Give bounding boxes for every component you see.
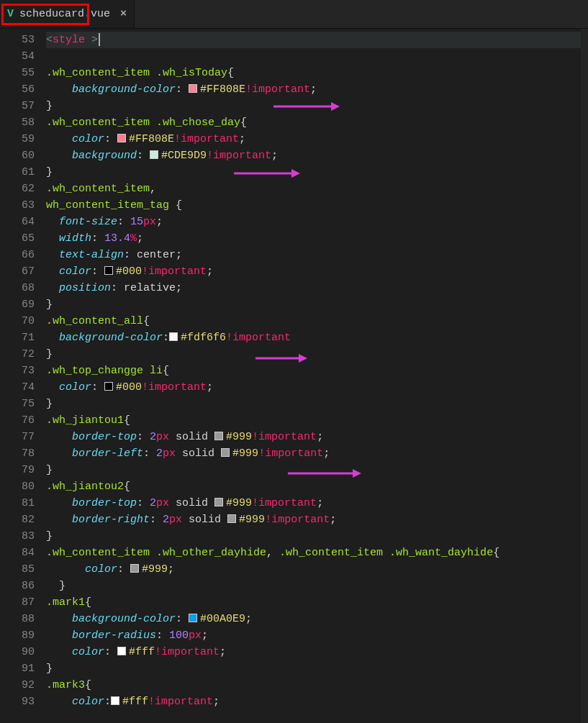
code-line[interactable]: .wh_content_item .wh_other_dayhide, .wh_… xyxy=(46,545,588,561)
code-line[interactable]: color: #FF808E!important; xyxy=(46,131,588,147)
token-punct: : xyxy=(137,431,150,443)
token-brace: { xyxy=(143,315,150,327)
code-line[interactable]: border-right: 2px solid #999!important; xyxy=(46,511,588,528)
token-prop: color xyxy=(59,265,91,278)
token-brace: } xyxy=(46,348,53,360)
token-selector: .wh_jiantou2 xyxy=(46,481,124,493)
token-punct: ; xyxy=(156,216,163,228)
token-hex: #999 xyxy=(226,497,252,509)
color-swatch xyxy=(117,647,126,655)
line-number: 91 xyxy=(0,660,35,677)
code-line[interactable]: text-align: center; xyxy=(46,247,588,263)
token-punct: : xyxy=(124,249,137,261)
token-punct: : xyxy=(111,282,124,294)
code-line[interactable]: font-size: 15px; xyxy=(46,214,588,230)
code-line[interactable]: width: 13.4%; xyxy=(46,230,588,247)
token-hex: #fdf6f6 xyxy=(181,332,226,344)
file-tab-scheducard[interactable]: V scheducard.vue × xyxy=(0,0,135,28)
code-line[interactable]: color: #fff!important; xyxy=(46,644,588,660)
code-line[interactable]: .wh_content_item, xyxy=(46,181,588,197)
code-line[interactable]: .mark1{ xyxy=(46,594,588,611)
token-hex: #999 xyxy=(239,514,265,526)
token-num: 2 xyxy=(150,497,156,509)
code-line[interactable]: border-left: 2px solid #999!important; xyxy=(46,445,588,462)
token-brace: } xyxy=(46,100,53,112)
code-line[interactable]: } xyxy=(46,578,588,594)
code-line[interactable]: border-top: 2px solid #999!important; xyxy=(46,429,588,445)
token-prop: background xyxy=(72,150,137,162)
line-number-gutter: 5354555657585960616263646566676869707172… xyxy=(0,29,46,723)
token-brace: { xyxy=(240,117,247,129)
code-line[interactable]: background-color:#fdf6f6!important xyxy=(46,329,588,346)
color-swatch xyxy=(104,266,113,275)
token-punct: ; xyxy=(176,282,182,294)
code-line[interactable]: color: #000!important; xyxy=(46,379,588,396)
code-line[interactable]: position: relative; xyxy=(46,280,588,296)
token-unit: px xyxy=(156,497,169,509)
code-line[interactable]: background-color: #00A0E9; xyxy=(46,611,588,627)
code-content[interactable]: <style >.wh_content_item .wh_isToday{ ba… xyxy=(46,29,588,723)
code-line[interactable]: .wh_jiantou1{ xyxy=(46,412,588,429)
line-number: 71 xyxy=(0,329,35,346)
code-line[interactable]: } xyxy=(46,346,588,363)
token-punct: ; xyxy=(310,83,317,96)
code-line[interactable] xyxy=(46,48,588,65)
code-line[interactable]: } xyxy=(46,528,588,545)
token-kw: solid xyxy=(169,497,214,509)
code-line[interactable]: .wh_top_changge li{ xyxy=(46,363,588,379)
code-line[interactable]: .mark3{ xyxy=(46,677,588,694)
token-punct: : xyxy=(143,447,156,460)
token-prop: background-color xyxy=(59,332,163,344)
code-editor[interactable]: 5354555657585960616263646566676869707172… xyxy=(0,29,588,723)
editor-tab-bar: V scheducard.vue × xyxy=(0,0,588,29)
color-swatch xyxy=(227,514,236,523)
close-tab-icon[interactable]: × xyxy=(120,8,127,20)
token-imp: !important xyxy=(252,497,317,509)
line-number: 66 xyxy=(0,247,35,263)
code-line[interactable]: color:#fff!important; xyxy=(46,694,588,710)
code-line[interactable]: wh_content_item_tag { xyxy=(46,197,588,214)
code-line[interactable]: .wh_content_item .wh_chose_day{ xyxy=(46,114,588,131)
token-selector: .wh_content_item .wh_isToday xyxy=(46,67,227,79)
line-number: 86 xyxy=(0,578,35,594)
code-line[interactable]: border-top: 2px solid #999!important; xyxy=(46,495,588,511)
code-line[interactable]: <style > xyxy=(46,32,588,48)
code-line[interactable]: border-radius: 100px; xyxy=(46,627,588,644)
line-number: 60 xyxy=(0,147,35,164)
minimap-scrollbar[interactable] xyxy=(581,29,588,723)
token-punct: : xyxy=(150,514,163,526)
token-punct: ; xyxy=(317,431,323,443)
token-punct: ; xyxy=(239,133,245,145)
token-punct: ; xyxy=(330,514,336,526)
code-line[interactable]: .wh_jiantou2{ xyxy=(46,478,588,495)
token-hex: #fff xyxy=(129,646,155,658)
code-line[interactable]: } xyxy=(46,396,588,412)
text-cursor xyxy=(99,33,100,46)
token-punct: ; xyxy=(317,497,323,509)
code-line[interactable]: } xyxy=(46,660,588,677)
token-brace: { xyxy=(85,596,91,609)
code-line[interactable]: } xyxy=(46,296,588,313)
token-txt xyxy=(85,34,91,46)
token-prop: border-right xyxy=(72,514,150,526)
token-imp: !important xyxy=(142,381,207,394)
token-num: 13.4 xyxy=(104,232,130,245)
code-line[interactable]: } xyxy=(46,98,588,114)
code-line[interactable]: .wh_content_all{ xyxy=(46,313,588,329)
token-hex: #999 xyxy=(232,447,258,460)
token-selector: .mark1 xyxy=(46,596,85,609)
code-line[interactable]: background: #CDE9D9!important; xyxy=(46,147,588,164)
code-line[interactable]: background-color: #FF808E!important; xyxy=(46,81,588,98)
code-line[interactable]: } xyxy=(46,164,588,181)
token-selector: .wh_content_item .wh_chose_day xyxy=(46,117,240,129)
line-number: 63 xyxy=(0,197,35,214)
code-line[interactable]: color: #999; xyxy=(46,561,588,578)
token-hex: #FF808E xyxy=(129,133,174,145)
token-kw: solid xyxy=(176,447,221,460)
code-line[interactable]: } xyxy=(46,462,588,478)
code-line[interactable]: color: #000!important; xyxy=(46,263,588,280)
line-number: 87 xyxy=(0,594,35,611)
code-line[interactable]: .wh_content_item .wh_isToday{ xyxy=(46,65,588,81)
line-number: 72 xyxy=(0,346,35,363)
token-imp: !important xyxy=(155,646,220,658)
